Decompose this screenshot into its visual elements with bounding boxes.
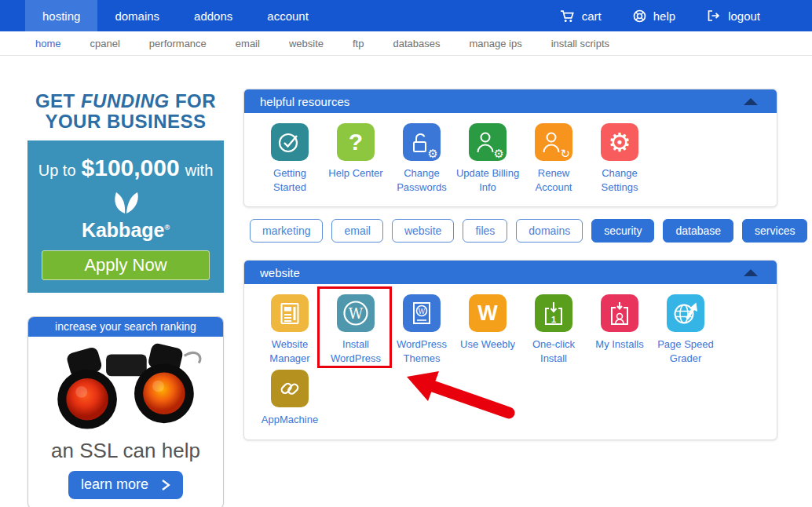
cart-label: cart	[582, 9, 602, 23]
tab-addons[interactable]: addons	[177, 0, 250, 31]
my-installs-icon	[601, 294, 638, 332]
ssl-ad-header: increase your search ranking	[28, 317, 223, 337]
learn-more-button[interactable]: learn more	[68, 471, 183, 499]
tile-appmachine[interactable]: AppMachine	[257, 370, 323, 427]
cart-button[interactable]: cart	[560, 9, 602, 23]
logout-icon	[707, 9, 721, 22]
ssl-ad[interactable]: increase your search ranking an SSL can …	[27, 316, 224, 507]
wordpress-themes-icon: W	[403, 294, 441, 332]
kabbage-ad[interactable]: Up to $100,000 with Kabbage® Apply Now	[27, 140, 224, 293]
website-panel: website Website Manager W Install WordPr…	[243, 260, 777, 440]
subnav-manage-ips[interactable]: manage ips	[469, 38, 521, 49]
top-nav-tabs: hosting domains addons account	[25, 0, 326, 31]
helpful-resources-tiles: Getting Started ? Help Center ⚙ Change P…	[244, 113, 777, 206]
subnav-website[interactable]: website	[289, 38, 324, 49]
svg-text:W: W	[349, 305, 364, 322]
install-wordpress-icon: W	[337, 294, 375, 332]
cart-icon	[560, 9, 575, 23]
tile-renew-account[interactable]: ↻ Renew Account	[521, 123, 587, 194]
subnav-install-scripts[interactable]: install scripts	[551, 38, 609, 49]
subnav-databases[interactable]: databases	[393, 38, 440, 49]
ssl-caption: an SSL can help	[28, 439, 223, 463]
getting-started-icon	[271, 123, 309, 161]
tile-page-speed-grader[interactable]: Page Speed Grader	[653, 294, 719, 365]
tile-wordpress-themes[interactable]: W WordPress Themes	[389, 294, 455, 365]
tile-change-settings[interactable]: ⚙ Change Settings	[587, 123, 653, 194]
subnav-home[interactable]: home	[35, 38, 61, 49]
tile-my-installs[interactable]: My Installs	[587, 294, 653, 365]
filter-security[interactable]: security	[591, 219, 654, 243]
website-manager-icon	[271, 294, 309, 332]
gear-icon: ⚙	[494, 148, 504, 160]
offer-pre: Up to	[38, 162, 76, 180]
collapse-arrow-icon[interactable]	[744, 269, 758, 276]
website-panel-header: website	[244, 261, 777, 284]
logout-label: logout	[728, 9, 760, 23]
headline-post: FOR	[175, 90, 216, 111]
website-tiles: Website Manager W Install WordPress W Wo…	[244, 284, 777, 440]
tile-website-manager[interactable]: Website Manager	[257, 294, 323, 365]
main-content: helpful resources Getting Started ? Help…	[243, 89, 777, 440]
svg-text:1: 1	[551, 315, 556, 324]
help-button[interactable]: help	[633, 9, 675, 23]
offer-amount: $100,000	[82, 155, 180, 181]
tile-getting-started[interactable]: Getting Started	[257, 123, 323, 194]
subnav-cpanel[interactable]: cpanel	[90, 38, 120, 49]
change-settings-icon: ⚙	[601, 123, 638, 161]
tile-change-passwords[interactable]: ⚙ Change Passwords	[389, 123, 455, 194]
refresh-icon: ↻	[560, 148, 570, 160]
tile-one-click-install[interactable]: 1 One-click Install	[521, 294, 587, 365]
kabbage-leaf-icon	[108, 188, 143, 217]
apply-now-button[interactable]: Apply Now	[42, 250, 210, 280]
tab-account[interactable]: account	[250, 0, 326, 31]
filter-files[interactable]: files	[463, 219, 507, 243]
kabbage-ad-headline: GET FUNDING FOR YOUR BUSINESS	[27, 91, 224, 133]
secondary-navbar: home cpanel performance email website ft…	[0, 31, 812, 56]
kabbage-brand: Kabbage®	[82, 221, 170, 240]
headline-em: FUNDING	[81, 90, 170, 111]
appmachine-icon	[271, 370, 309, 407]
helpful-resources-header: helpful resources	[244, 89, 777, 113]
filter-database[interactable]: database	[663, 219, 733, 243]
helpful-resources-title: helpful resources	[260, 95, 349, 108]
top-navbar: hosting domains addons account cart help…	[0, 0, 812, 31]
website-panel-title: website	[260, 266, 300, 279]
headline-pre: GET	[35, 90, 75, 111]
update-billing-icon: ⚙	[469, 123, 507, 161]
chevron-right-icon	[161, 479, 170, 491]
one-click-install-icon: 1	[535, 294, 572, 332]
filter-email[interactable]: email	[331, 219, 382, 243]
page-speed-grader-icon	[667, 294, 704, 332]
sidebar-ads: GET FUNDING FOR YOUR BUSINESS Up to $100…	[27, 88, 224, 507]
tile-help-center[interactable]: ? Help Center	[323, 123, 389, 194]
tile-update-billing-info[interactable]: ⚙ Update Billing Info	[455, 123, 521, 194]
kabbage-offer: Up to $100,000 with	[38, 155, 214, 181]
tile-use-weebly[interactable]: W Use Weebly	[455, 294, 521, 365]
filter-domains[interactable]: domains	[516, 219, 583, 243]
filter-services[interactable]: services	[742, 219, 807, 243]
tab-hosting[interactable]: hosting	[25, 0, 97, 31]
renew-account-icon: ↻	[535, 123, 572, 161]
offer-post: with	[185, 162, 214, 180]
tab-domains[interactable]: domains	[97, 0, 177, 31]
headline-line2: YOUR BUSINESS	[45, 111, 206, 132]
svg-text:W: W	[418, 308, 426, 316]
subnav-email[interactable]: email	[236, 38, 260, 49]
help-label: help	[653, 9, 675, 23]
filter-marketing[interactable]: marketing	[250, 219, 323, 243]
learn-more-label: learn more	[81, 476, 148, 493]
category-filter-row: marketing email website files domains se…	[250, 219, 777, 243]
top-nav-utilities: cart help logout	[560, 0, 760, 31]
help-center-icon: ?	[337, 123, 375, 161]
tile-install-wordpress[interactable]: W Install WordPress	[323, 294, 389, 365]
subnav-ftp[interactable]: ftp	[353, 38, 364, 49]
logout-button[interactable]: logout	[707, 9, 760, 23]
helpful-resources-panel: helpful resources Getting Started ? Help…	[243, 89, 777, 207]
help-lifebuoy-icon	[633, 9, 646, 23]
subnav-performance[interactable]: performance	[149, 38, 207, 49]
collapse-arrow-icon[interactable]	[744, 98, 758, 105]
change-passwords-icon: ⚙	[403, 123, 441, 161]
binoculars-image	[42, 340, 210, 434]
filter-website[interactable]: website	[392, 219, 454, 243]
gear-icon: ⚙	[428, 148, 438, 160]
